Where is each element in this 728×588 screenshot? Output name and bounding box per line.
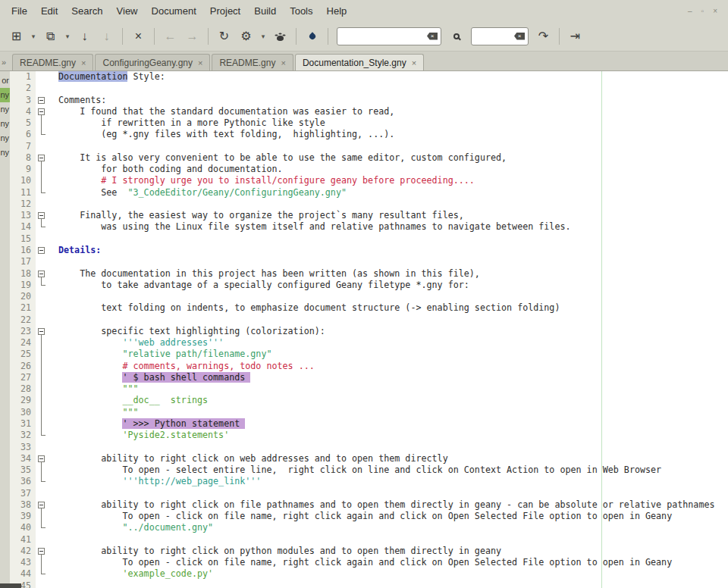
editor-line[interactable]: 15: [10, 233, 728, 245]
save-all-button[interactable]: ↓: [96, 26, 117, 47]
editor-line[interactable]: 12: [10, 199, 728, 210]
menu-item-file[interactable]: File: [5, 3, 34, 19]
new-file-dropdown[interactable]: ▾: [28, 26, 39, 47]
editor-line[interactable]: 27 ' $ bash shell commands: [10, 372, 728, 383]
editor-line[interactable]: 40 "../document.gny": [10, 522, 728, 533]
editor-line[interactable]: 16Details:: [10, 245, 728, 256]
close-file-button[interactable]: ×: [128, 26, 149, 47]
editor-line[interactable]: 39 To open - click on file name, right c…: [10, 511, 728, 522]
editor-line[interactable]: 34 ability to right click on web address…: [10, 453, 728, 464]
editor-line[interactable]: 28 """: [10, 383, 728, 395]
tab-close-icon[interactable]: ×: [198, 58, 202, 67]
fold-marker[interactable]: [36, 152, 48, 164]
editor-line[interactable]: 25 "relative path/filename.gny": [10, 349, 728, 360]
editor-line[interactable]: 32 'Pyside2.statements': [10, 430, 728, 441]
menu-item-view[interactable]: View: [110, 3, 145, 19]
document-list-item[interactable]: ny: [0, 131, 10, 145]
tab-scroll-icon[interactable]: »: [2, 58, 6, 67]
menu-item-help[interactable]: Help: [320, 3, 354, 19]
menu-item-project[interactable]: Project: [203, 3, 247, 19]
maximize-icon[interactable]: ▫: [701, 7, 704, 15]
editor-line[interactable]: 29 __doc__ strings: [10, 395, 728, 406]
editor-line[interactable]: 17: [10, 256, 728, 267]
build-dropdown[interactable]: ▾: [258, 26, 268, 47]
fold-marker[interactable]: [36, 106, 48, 117]
tab-Documentation_Style.gny[interactable]: Documentation_Style.gny×: [295, 54, 424, 70]
editor-line[interactable]: 30 """: [10, 407, 728, 418]
editor-line[interactable]: 41: [10, 534, 728, 546]
editor-line[interactable]: 18 The documentation in this project has…: [10, 268, 728, 280]
editor-line[interactable]: 33: [10, 442, 728, 453]
fold-marker[interactable]: [36, 95, 48, 106]
editor-line[interactable]: 44 'example_code.py': [10, 568, 728, 580]
editor-line[interactable]: 42 ability to right click on python modu…: [10, 546, 728, 557]
menu-item-edit[interactable]: Edit: [34, 3, 64, 19]
tab-ConfiguringGeany.gny[interactable]: ConfiguringGeany.gny×: [95, 54, 210, 70]
editor-line[interactable]: 38 ability to right click on file pathna…: [10, 499, 728, 511]
tab-close-icon[interactable]: ×: [281, 58, 285, 67]
menu-item-build[interactable]: Build: [247, 3, 283, 19]
editor-line[interactable]: 7: [10, 141, 728, 152]
tab-README.gny[interactable]: README.gny×: [12, 54, 93, 70]
editor-line[interactable]: 26 # comments, warnings, todo notes ...: [10, 361, 728, 372]
editor-line[interactable]: 35 To open - select entire line, right c…: [10, 464, 728, 476]
editor-line[interactable]: 36 '''http://web_page_link''': [10, 476, 728, 487]
search-button[interactable]: [446, 26, 466, 47]
minimize-icon[interactable]: –: [688, 7, 692, 15]
menu-item-tools[interactable]: Tools: [283, 3, 319, 19]
editor-line[interactable]: 4 I found that the standard documentatio…: [10, 106, 728, 117]
document-list-item[interactable]: ny: [0, 88, 10, 102]
menu-item-document[interactable]: Document: [145, 3, 203, 19]
close-icon[interactable]: ×: [713, 7, 717, 15]
editor-line[interactable]: 19 to take advantage of a specially conf…: [10, 280, 728, 291]
editor-line[interactable]: 21 text folding on indents, to emphasize…: [10, 302, 728, 314]
editor-line[interactable]: 1Documentation Style:: [10, 71, 728, 83]
fold-marker[interactable]: [36, 499, 48, 511]
editor-line[interactable]: 9 for both coding and documentation.: [10, 164, 728, 175]
run-button[interactable]: [270, 26, 290, 47]
fold-marker[interactable]: [36, 546, 48, 557]
document-list-item[interactable]: ny: [0, 102, 10, 117]
nav-back-button[interactable]: ←: [160, 26, 180, 47]
editor-line[interactable]: 45: [10, 580, 728, 588]
editor-line[interactable]: 20: [10, 291, 728, 302]
document-list-item[interactable]: ny: [0, 145, 10, 160]
open-file-button[interactable]: ⧉: [40, 26, 61, 47]
editor[interactable]: 1Documentation Style:23Comments:4 I foun…: [10, 71, 728, 588]
quit-button[interactable]: ⇥: [565, 26, 585, 47]
tab-README.gny[interactable]: README.gny×: [212, 54, 293, 70]
fold-marker[interactable]: [36, 326, 48, 337]
search-entry[interactable]: [340, 31, 427, 42]
menu-item-search[interactable]: Search: [64, 3, 109, 19]
open-file-dropdown[interactable]: ▾: [62, 26, 73, 47]
editor-line[interactable]: 31 ' >>> Python statement: [10, 418, 728, 430]
fold-marker[interactable]: [36, 210, 48, 221]
editor-line[interactable]: 11 See "3_CodeEditor/Geany/ConfiguringGe…: [10, 187, 728, 199]
fold-marker[interactable]: [36, 268, 48, 280]
clear-search-icon[interactable]: ×: [427, 33, 438, 40]
editor-line[interactable]: 37: [10, 488, 728, 499]
editor-line[interactable]: 22: [10, 314, 728, 326]
editor-line[interactable]: 2: [10, 83, 728, 94]
document-list-item[interactable]: or: [0, 74, 10, 88]
tab-close-icon[interactable]: ×: [81, 58, 86, 67]
document-list-item[interactable]: ny: [0, 117, 10, 131]
jump-to-line-button[interactable]: ↷: [533, 26, 554, 47]
editor-line[interactable]: 6 (eg *.gny files with text folding, hig…: [10, 129, 728, 140]
editor-line[interactable]: 5 if rewritten in a more Pythonic like s…: [10, 117, 728, 129]
editor-line[interactable]: 43 To open - click on file name, right c…: [10, 557, 728, 568]
editor-line[interactable]: 10 # I strongly urge you to install/conf…: [10, 175, 728, 186]
new-file-button[interactable]: ⊞: [6, 26, 27, 47]
build-button[interactable]: ⚙: [236, 26, 256, 47]
nav-forward-button[interactable]: →: [182, 26, 202, 47]
compile-button[interactable]: ↻: [214, 26, 234, 47]
editor-line[interactable]: 3Comments:: [10, 95, 728, 106]
fold-marker[interactable]: [36, 453, 48, 464]
editor-line[interactable]: 13 Finally, the easiest way to organize …: [10, 210, 728, 221]
save-button[interactable]: ↓: [74, 26, 95, 47]
color-chooser-button[interactable]: [302, 26, 322, 47]
editor-line[interactable]: 8 It is also very convenient to be able …: [10, 152, 728, 164]
editor-line[interactable]: 24 '''web addresses''': [10, 337, 728, 349]
editor-line[interactable]: 14 was using the Linux file system itsel…: [10, 221, 728, 233]
editor-line[interactable]: 23 specific text highlighting (colorizat…: [10, 326, 728, 337]
